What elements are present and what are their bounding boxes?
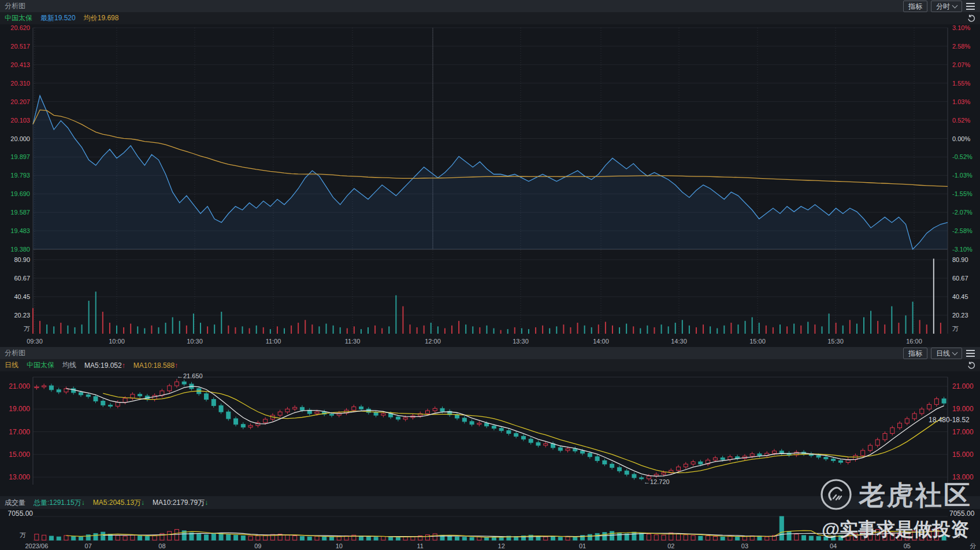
chevron-down-icon — [952, 350, 958, 356]
month-axis-label: 01 — [579, 542, 586, 549]
volume-panel-header: 成交量 总量:1291.15万↓ MA5:2045.13万↓ MA10:2179… — [0, 496, 980, 509]
time-axis-label: 09:30 — [27, 338, 43, 345]
time-axis-label: 11:30 — [345, 338, 361, 345]
down-arrow-icon: ↓ — [205, 499, 208, 507]
indicator-button-2[interactable]: 指标 — [903, 348, 927, 359]
down-arrow-icon: ↓ — [81, 499, 85, 507]
menu-icon-2[interactable] — [966, 353, 975, 354]
kline-period-label: 日线 — [5, 360, 18, 370]
ma-group-label: 均线 — [62, 360, 76, 370]
reset-zoom-icon[interactable] — [967, 14, 975, 23]
month-axis-label: 11 — [417, 542, 424, 549]
panel2-title: 分析图 — [5, 347, 25, 359]
month-axis-label: 09 — [254, 542, 261, 549]
month-axis-label: 08 — [158, 542, 165, 549]
month-axis-label: 2023/06 — [25, 542, 48, 549]
month-axis-label: 10 — [336, 542, 343, 549]
panel1-header: 分析图 指标 分时 — [0, 0, 980, 13]
symbol-name-2: 中国太保 — [27, 360, 54, 370]
indicator-button-label: 指标 — [908, 1, 922, 12]
minute-axis-label: 分 — [970, 542, 977, 549]
price-range-annotation: 18.480-18.52 — [929, 416, 970, 424]
up-arrow-icon: ↑ — [175, 361, 178, 370]
time-axis-label: 15:30 — [827, 338, 844, 345]
symbol-name: 中国太保 — [5, 13, 32, 23]
panel1-title: 分析图 — [5, 0, 25, 12]
reset-zoom-icon-2[interactable] — [967, 361, 975, 370]
month-axis-label: 03 — [741, 542, 748, 549]
month-axis-label: 04 — [830, 542, 837, 549]
low-price-annotation: ←12.720 — [644, 478, 670, 485]
period-select-value: 分时 — [936, 1, 950, 12]
last-price: 最新19.520 — [40, 13, 76, 23]
chart-workspace: 分析图 指标 分时 中国太保 最新19.520 均价19.698 分析图 指标 … — [0, 0, 980, 550]
time-axis-label: 14:30 — [671, 338, 687, 345]
time-axis-label: 13:30 — [513, 338, 529, 345]
time-axis-label: 10:00 — [109, 338, 125, 345]
ma10-value: MA10:18.588↑ — [133, 361, 178, 370]
period-select-2-value: 日线 — [936, 348, 950, 359]
volume-ma5: MA5:2045.13万↓ — [93, 498, 144, 508]
time-axis-label: 16:00 — [906, 338, 922, 345]
ma5-value: MA5:19.052↑ — [84, 361, 125, 370]
daily-volume-chart[interactable] — [0, 511, 980, 541]
high-price-annotation: ←21.650 — [177, 372, 203, 379]
month-axis-label: 07 — [85, 542, 92, 549]
indicator-button-2-label: 指标 — [908, 348, 922, 359]
panel2-header: 分析图 指标 日线 — [0, 347, 980, 360]
intraday-chart[interactable] — [0, 24, 980, 335]
time-axis-label: 14:00 — [593, 338, 609, 345]
chevron-down-icon — [952, 3, 958, 9]
panel2-info-row: 日线 中国太保 均线 MA5:19.052↑ MA10:18.588↑ — [0, 359, 980, 371]
time-axis-label: 15:00 — [749, 338, 766, 345]
avg-price: 均价19.698 — [84, 13, 119, 23]
month-axis-label: 05 — [904, 542, 911, 549]
down-arrow-icon: ↓ — [141, 499, 144, 507]
menu-icon[interactable] — [966, 6, 975, 7]
panel1-info-row: 中国太保 最新19.520 均价19.698 — [0, 12, 980, 24]
month-axis-label: 02 — [667, 542, 674, 549]
month-axis-label: 12 — [498, 542, 505, 549]
indicator-button[interactable]: 指标 — [903, 1, 927, 12]
daily-kline-chart[interactable] — [0, 373, 980, 485]
period-select-2[interactable]: 日线 — [931, 348, 962, 359]
period-select[interactable]: 分时 — [931, 1, 962, 12]
volume-ma10: MA10:2179.79万↓ — [153, 498, 208, 508]
volume-title: 成交量 — [5, 498, 25, 508]
time-axis-label: 12:00 — [425, 338, 441, 345]
time-axis-label: 11:00 — [266, 338, 281, 345]
time-axis-label: 10:30 — [187, 338, 203, 345]
volume-total: 总量:1291.15万↓ — [34, 498, 85, 508]
up-arrow-icon: ↑ — [122, 361, 125, 370]
